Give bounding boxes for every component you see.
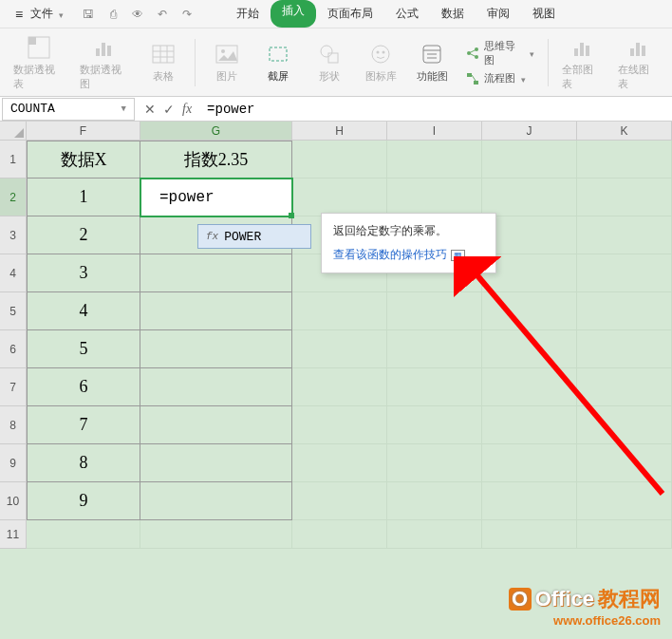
print-icon[interactable]: ⎙ bbox=[105, 7, 121, 22]
cell-g5[interactable] bbox=[140, 292, 292, 330]
cell-h2[interactable] bbox=[292, 179, 387, 216]
cell-h8[interactable] bbox=[292, 406, 387, 444]
tab-review[interactable]: 审阅 bbox=[476, 0, 521, 28]
dropdown-icon[interactable]: ▼ bbox=[121, 104, 126, 114]
ribbon-screenshot[interactable]: 截屏 bbox=[254, 37, 302, 87]
cell-h11[interactable] bbox=[292, 520, 387, 549]
cell-k9[interactable] bbox=[577, 444, 672, 482]
ribbon-pivot-chart[interactable]: 数据透视图 bbox=[74, 30, 137, 95]
cell-f4[interactable]: 3 bbox=[27, 254, 140, 292]
cell-j2[interactable] bbox=[482, 179, 577, 216]
cell-j4[interactable] bbox=[482, 254, 577, 292]
cell-k8[interactable] bbox=[577, 406, 672, 444]
cell-i9[interactable] bbox=[387, 444, 482, 482]
col-header-g[interactable]: G bbox=[140, 122, 292, 141]
cell-j7[interactable] bbox=[482, 368, 577, 406]
row-header-5[interactable]: 5 bbox=[0, 292, 27, 330]
cell-g8[interactable] bbox=[140, 406, 292, 444]
ribbon-table[interactable]: 表格 bbox=[140, 37, 187, 87]
accept-formula-button[interactable]: ✓ bbox=[163, 102, 175, 117]
col-header-k[interactable]: K bbox=[577, 122, 672, 141]
cell-j1[interactable] bbox=[482, 141, 577, 179]
row-header-3[interactable]: 3 bbox=[0, 216, 27, 254]
tab-formulas[interactable]: 公式 bbox=[384, 0, 430, 28]
cell-i8[interactable] bbox=[387, 406, 482, 444]
cell-f7[interactable]: 6 bbox=[27, 368, 140, 406]
cell-j3[interactable] bbox=[482, 216, 577, 254]
cell-i10[interactable] bbox=[387, 482, 482, 520]
ribbon-shapes[interactable]: 形状 bbox=[306, 37, 353, 87]
cell-k7[interactable] bbox=[577, 368, 672, 406]
cell-j6[interactable] bbox=[482, 330, 577, 368]
tab-page-layout[interactable]: 页面布局 bbox=[316, 0, 384, 28]
undo-icon[interactable]: ↶ bbox=[155, 7, 170, 22]
cell-k5[interactable] bbox=[577, 292, 672, 330]
cell-h5[interactable] bbox=[292, 292, 387, 330]
cell-i7[interactable] bbox=[387, 368, 482, 406]
function-autocomplete[interactable]: fx POWER bbox=[197, 224, 311, 249]
cell-j8[interactable] bbox=[482, 406, 577, 444]
col-header-j[interactable]: J bbox=[482, 122, 577, 141]
cell-j10[interactable] bbox=[482, 482, 577, 520]
ribbon-all-charts[interactable]: 全部图表 bbox=[556, 30, 608, 95]
cell-g10[interactable] bbox=[140, 482, 292, 520]
cell-f3[interactable]: 2 bbox=[27, 216, 140, 254]
col-header-i[interactable]: I bbox=[387, 122, 482, 141]
cell-k1[interactable] bbox=[577, 141, 672, 179]
tab-insert[interactable]: 插入 bbox=[271, 0, 316, 28]
cell-i1[interactable] bbox=[387, 141, 482, 179]
cancel-formula-button[interactable]: ✕ bbox=[144, 102, 156, 117]
cell-k4[interactable] bbox=[577, 254, 672, 292]
row-header-11[interactable]: 11 bbox=[0, 520, 27, 549]
row-header-4[interactable]: 4 bbox=[0, 254, 27, 292]
cell-f6[interactable]: 5 bbox=[27, 330, 140, 368]
ribbon-picture[interactable]: 图片 bbox=[203, 37, 251, 87]
ribbon-icons[interactable]: 图标库 bbox=[357, 37, 404, 87]
cell-k11[interactable] bbox=[577, 520, 672, 549]
cell-k2[interactable] bbox=[577, 179, 672, 216]
save-icon[interactable]: 🖫 bbox=[81, 7, 96, 22]
ribbon-function-chart[interactable]: 功能图 bbox=[408, 37, 456, 87]
col-header-f[interactable]: F bbox=[27, 122, 140, 141]
ribbon-mindmap[interactable]: 思维导图 bbox=[465, 39, 534, 67]
cell-f10[interactable]: 9 bbox=[27, 482, 140, 520]
cell-h9[interactable] bbox=[292, 444, 387, 482]
cell-g6[interactable] bbox=[140, 330, 292, 368]
cell-g1[interactable]: 指数2.35 bbox=[140, 141, 292, 179]
cell-f8[interactable]: 7 bbox=[27, 406, 140, 444]
tab-home[interactable]: 开始 bbox=[225, 0, 271, 28]
cell-f9[interactable]: 8 bbox=[27, 444, 140, 482]
tab-view[interactable]: 视图 bbox=[521, 0, 567, 28]
cell-f11[interactable] bbox=[27, 520, 140, 549]
row-header-1[interactable]: 1 bbox=[0, 141, 27, 179]
cell-i6[interactable] bbox=[387, 330, 482, 368]
tab-data[interactable]: 数据 bbox=[430, 0, 476, 28]
tooltip-help-link[interactable]: 查看该函数的操作技巧 ▦ bbox=[333, 247, 484, 263]
select-all-corner[interactable] bbox=[0, 122, 27, 141]
row-header-7[interactable]: 7 bbox=[0, 368, 27, 406]
redo-icon[interactable]: ↷ bbox=[179, 7, 195, 22]
file-menu[interactable]: 文件 bbox=[8, 2, 71, 26]
cell-f5[interactable]: 4 bbox=[27, 292, 140, 330]
cell-i5[interactable] bbox=[387, 292, 482, 330]
cell-i2[interactable] bbox=[387, 179, 482, 216]
print-preview-icon[interactable]: 👁 bbox=[130, 7, 145, 22]
col-header-h[interactable]: H bbox=[292, 122, 387, 141]
cell-h10[interactable] bbox=[292, 482, 387, 520]
row-header-2[interactable]: 2 bbox=[0, 179, 27, 216]
row-header-9[interactable]: 9 bbox=[0, 444, 27, 482]
cell-k10[interactable] bbox=[577, 482, 672, 520]
ribbon-online-chart[interactable]: 在线图表 bbox=[612, 30, 664, 95]
cell-j5[interactable] bbox=[482, 292, 577, 330]
cell-f1[interactable]: 数据X bbox=[27, 141, 140, 179]
cell-k6[interactable] bbox=[577, 330, 672, 368]
cell-h1[interactable] bbox=[292, 141, 387, 179]
fx-button[interactable]: fx bbox=[182, 102, 192, 117]
row-header-6[interactable]: 6 bbox=[0, 330, 27, 368]
cell-k3[interactable] bbox=[577, 216, 672, 254]
cell-g9[interactable] bbox=[140, 444, 292, 482]
ribbon-flowchart[interactable]: 流程图 bbox=[465, 71, 534, 86]
cell-g2-editing[interactable]: =power bbox=[140, 179, 292, 216]
cell-i11[interactable] bbox=[387, 520, 482, 549]
row-header-8[interactable]: 8 bbox=[0, 406, 27, 444]
